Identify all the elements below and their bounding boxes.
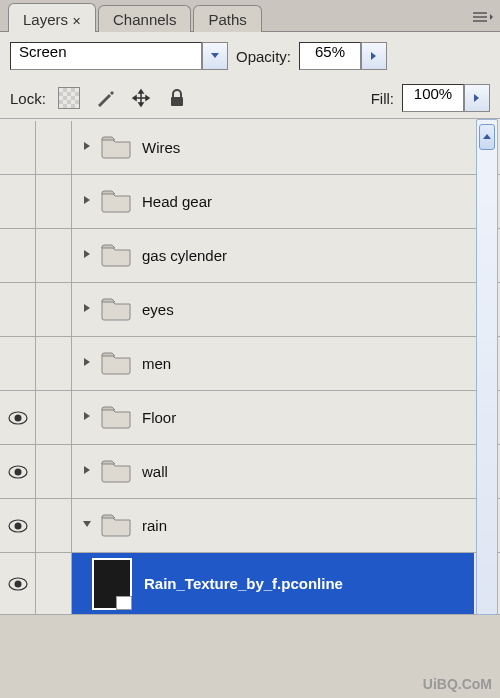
layer-name: men <box>142 355 171 372</box>
layer-name: gas cylender <box>142 247 227 264</box>
chevron-right-icon[interactable] <box>361 42 387 70</box>
layer-row[interactable]: Floor <box>0 391 500 445</box>
chevron-right-icon[interactable] <box>80 301 94 318</box>
chevron-right-icon[interactable] <box>80 193 94 210</box>
visibility-toggle[interactable] <box>0 391 36 444</box>
tab-channels[interactable]: Channels <box>98 5 191 32</box>
layer-name: Head gear <box>142 193 212 210</box>
opacity-label: Opacity: <box>236 48 291 65</box>
layer-row[interactable]: rain <box>0 499 500 553</box>
folder-icon <box>100 349 132 378</box>
visibility-toggle[interactable] <box>0 499 36 552</box>
visibility-toggle[interactable] <box>0 121 36 174</box>
layer-name: rain <box>142 517 167 534</box>
folder-icon <box>100 241 132 270</box>
layer-row[interactable]: Head gear <box>0 175 500 229</box>
link-cell[interactable] <box>36 337 72 390</box>
link-cell[interactable] <box>36 175 72 228</box>
svg-rect-0 <box>171 97 183 106</box>
layer-thumbnail[interactable] <box>92 558 132 610</box>
visibility-toggle[interactable] <box>0 283 36 336</box>
chevron-right-icon[interactable] <box>80 463 94 480</box>
lock-transparency-icon[interactable] <box>58 87 80 109</box>
layers-list: WiresHead geargas cylendereyesmenFloorwa… <box>0 119 500 615</box>
layer-row[interactable]: Wires <box>0 121 500 175</box>
layer-row[interactable]: eyes <box>0 283 500 337</box>
layer-row[interactable]: men <box>0 337 500 391</box>
link-cell[interactable] <box>36 445 72 498</box>
visibility-toggle[interactable] <box>0 553 36 614</box>
link-cell[interactable] <box>36 283 72 336</box>
link-cell[interactable] <box>36 553 72 614</box>
smart-object-icon <box>116 596 132 610</box>
svg-point-6 <box>14 522 21 529</box>
chevron-right-icon[interactable] <box>80 355 94 372</box>
opacity-input[interactable]: 65% <box>299 42 387 70</box>
layer-row-selected[interactable]: Rain_Texture_by_f.pconline <box>0 553 500 615</box>
watermark-bottom: UiBQ.CoM <box>423 676 492 692</box>
chevron-right-icon[interactable] <box>80 139 94 156</box>
layer-name: eyes <box>142 301 174 318</box>
chevron-right-icon[interactable] <box>80 409 94 426</box>
fill-input[interactable]: 100% <box>402 84 490 112</box>
blend-mode-value: Screen <box>10 42 202 70</box>
lock-all-icon[interactable] <box>166 87 188 109</box>
visibility-toggle[interactable] <box>0 175 36 228</box>
scrollbar[interactable] <box>476 119 498 615</box>
chevron-down-icon[interactable] <box>80 517 94 534</box>
link-cell[interactable] <box>36 121 72 174</box>
svg-point-2 <box>14 414 21 421</box>
chevron-right-icon[interactable] <box>464 84 490 112</box>
panel-menu-icon[interactable] <box>472 10 494 27</box>
lock-pixels-icon[interactable] <box>94 87 116 109</box>
lock-label: Lock: <box>10 90 46 107</box>
link-cell[interactable] <box>36 391 72 444</box>
layer-name: Floor <box>142 409 176 426</box>
layer-controls: Screen Opacity: 65% Lock: Fill: 100% <box>0 32 500 119</box>
tab-layers[interactable]: Layers✕ <box>8 3 96 32</box>
layer-name: Rain_Texture_by_f.pconline <box>144 575 343 592</box>
close-icon[interactable]: ✕ <box>72 15 81 27</box>
folder-icon <box>100 187 132 216</box>
layer-row[interactable]: gas cylender <box>0 229 500 283</box>
lock-position-icon[interactable] <box>130 87 152 109</box>
tab-paths[interactable]: Paths <box>193 5 261 32</box>
link-cell[interactable] <box>36 499 72 552</box>
folder-icon <box>100 295 132 324</box>
visibility-toggle[interactable] <box>0 445 36 498</box>
layer-name: Wires <box>142 139 180 156</box>
layer-row[interactable]: wall <box>0 445 500 499</box>
visibility-toggle[interactable] <box>0 337 36 390</box>
visibility-toggle[interactable] <box>0 229 36 282</box>
folder-icon <box>100 457 132 486</box>
scrollbar-thumb[interactable] <box>479 124 495 150</box>
blend-mode-select[interactable]: Screen <box>10 42 228 70</box>
tabs-bar: Layers✕ Channels Paths <box>0 0 500 32</box>
folder-icon <box>100 133 132 162</box>
fill-label: Fill: <box>371 90 394 107</box>
link-cell[interactable] <box>36 229 72 282</box>
layer-name: wall <box>142 463 168 480</box>
folder-icon <box>100 403 132 432</box>
chevron-down-icon[interactable] <box>202 42 228 70</box>
chevron-right-icon[interactable] <box>80 247 94 264</box>
svg-point-4 <box>14 468 21 475</box>
svg-point-8 <box>14 580 21 587</box>
folder-icon <box>100 511 132 540</box>
